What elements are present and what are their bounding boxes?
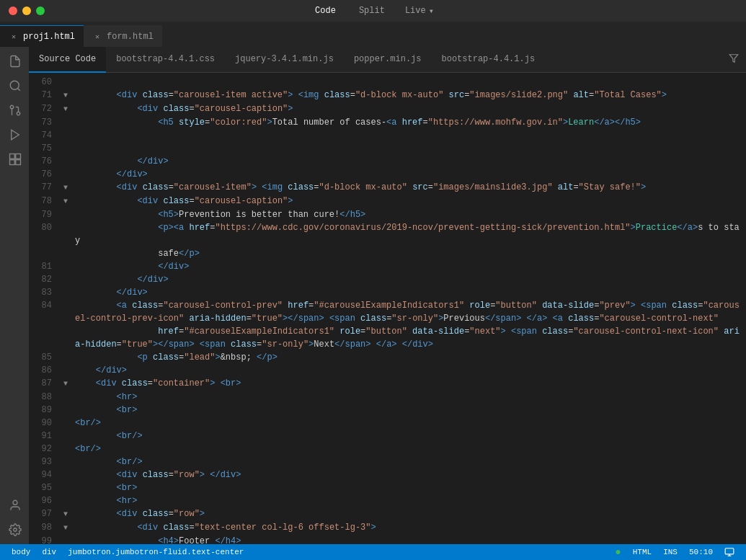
code-line: 73 <h5 style="color:red">Total number of… bbox=[29, 116, 746, 129]
status-body[interactable]: body bbox=[6, 544, 36, 560]
search-icon[interactable] bbox=[3, 74, 26, 97]
tab-source-code[interactable]: Source Code bbox=[29, 47, 106, 73]
status-bar: body div jumbotron.jumbotron-fluid.text-… bbox=[0, 544, 746, 560]
svg-point-2 bbox=[17, 112, 20, 115]
svg-rect-8 bbox=[16, 160, 21, 165]
tab-form-html[interactable]: ✕ form.html bbox=[84, 25, 162, 47]
tab-bootstrap-js[interactable]: bootstrap-4.4.1.js bbox=[432, 47, 546, 73]
code-line: 98▼ <div class="text-center col-lg-6 off… bbox=[29, 521, 746, 535]
extensions-icon[interactable] bbox=[3, 148, 26, 171]
title-bar-controls: Code Split Live ▾ bbox=[312, 4, 434, 17]
code-line: safe</p> bbox=[29, 247, 746, 260]
code-line: 75 bbox=[29, 142, 746, 155]
code-line: 83 </div> bbox=[29, 286, 746, 299]
run-icon[interactable] bbox=[3, 123, 26, 146]
code-line: 86 </div> bbox=[29, 364, 746, 377]
tab-bootstrap-css[interactable]: bootstrap-4.4.1.css bbox=[106, 47, 225, 73]
code-line: 76 </div> bbox=[29, 155, 746, 168]
minimize-button[interactable] bbox=[22, 6, 31, 15]
status-insert-mode[interactable]: INS bbox=[657, 544, 683, 560]
svg-rect-7 bbox=[16, 154, 21, 159]
status-breadcrumb[interactable]: jumbotron.jumbotron-fluid.text-center bbox=[62, 544, 249, 560]
split-view-btn[interactable]: Split bbox=[356, 4, 388, 17]
main-area: Source Code bootstrap-4.4.1.css jquery-3… bbox=[0, 47, 746, 544]
code-line: 94 <div class="row"> </div> bbox=[29, 468, 746, 481]
code-line: 80 <p><a href="https://www.cdc.gov/coron… bbox=[29, 221, 746, 247]
status-settings-icon[interactable] bbox=[719, 544, 740, 560]
tab-popper-js[interactable]: popper.min.js bbox=[344, 47, 432, 73]
code-line: 90<br/> bbox=[29, 417, 746, 430]
status-sync-icon[interactable]: ● bbox=[609, 544, 626, 560]
code-line: 76 </div> bbox=[29, 168, 746, 181]
svg-point-10 bbox=[13, 500, 17, 505]
code-line: 93 <br/> bbox=[29, 455, 746, 468]
tab-proj1-html[interactable]: ✕ proj1.html bbox=[0, 25, 84, 47]
code-line: 91 <br/> bbox=[29, 430, 746, 443]
tab-label: form.html bbox=[107, 32, 154, 42]
traffic-lights bbox=[9, 6, 45, 15]
activity-bar bbox=[0, 47, 29, 544]
title-bar: Code Split Live ▾ bbox=[0, 0, 746, 22]
close-button[interactable] bbox=[9, 6, 17, 15]
filter-icon[interactable] bbox=[729, 53, 746, 66]
live-view-btn[interactable]: Live ▾ bbox=[405, 6, 434, 17]
svg-marker-5 bbox=[12, 130, 19, 140]
code-line: 82 </div> bbox=[29, 273, 746, 286]
code-view-btn[interactable]: Code bbox=[312, 4, 339, 17]
code-line: 71▼ <div class="carousel-item active"> <… bbox=[29, 89, 746, 102]
code-line: 72▼ <div class="carousel-caption"> bbox=[29, 102, 746, 116]
code-line: 77▼ <div class="carousel-item"> <img cla… bbox=[29, 181, 746, 195]
code-line: 79 <h5>Prevention is better than cure!</… bbox=[29, 208, 746, 221]
code-line: href="#carouselExampleIndicators1" role=… bbox=[29, 325, 746, 351]
svg-point-0 bbox=[10, 81, 19, 89]
maximize-button[interactable] bbox=[36, 6, 45, 15]
svg-line-1 bbox=[17, 88, 19, 90]
settings-icon[interactable] bbox=[3, 518, 26, 541]
svg-rect-6 bbox=[10, 154, 15, 159]
svg-rect-13 bbox=[725, 548, 734, 554]
code-editor[interactable]: 60 71▼ <div class="carousel-item active"… bbox=[29, 73, 746, 544]
tab-close-icon[interactable]: ✕ bbox=[9, 32, 19, 42]
code-line: 87▼ <div class="container"> <br> bbox=[29, 377, 746, 391]
dropdown-chevron-icon: ▾ bbox=[429, 6, 434, 17]
code-line: 92<br/> bbox=[29, 443, 746, 455]
code-line: 95 <br> bbox=[29, 481, 746, 494]
svg-point-3 bbox=[10, 105, 14, 109]
code-line: 96 <hr> bbox=[29, 494, 746, 507]
code-line: 84 <a class="carousel-control-prev" href… bbox=[29, 299, 746, 325]
code-line: 97▼ <div class="row"> bbox=[29, 507, 746, 521]
code-line: 88 <hr> bbox=[29, 391, 746, 404]
code-line: 99 <h4>Footer </h4> bbox=[29, 535, 746, 544]
status-div[interactable]: div bbox=[36, 544, 62, 560]
svg-point-11 bbox=[14, 528, 17, 532]
tab-bar: ✕ proj1.html ✕ form.html bbox=[0, 22, 746, 47]
code-line: 78▼ <div class="carousel-caption"> bbox=[29, 195, 746, 208]
code-line: 60 bbox=[29, 76, 746, 89]
code-line: 81 </div> bbox=[29, 260, 746, 273]
tab-jquery-js[interactable]: jquery-3.4.1.min.js bbox=[225, 47, 344, 73]
file-panel: Source Code bootstrap-4.4.1.css jquery-3… bbox=[29, 47, 746, 544]
status-right: ● HTML INS 50:10 bbox=[609, 544, 740, 560]
source-control-icon[interactable] bbox=[3, 99, 26, 122]
tab-label: proj1.html bbox=[23, 32, 75, 42]
tab-close-icon[interactable]: ✕ bbox=[92, 32, 102, 42]
secondary-tabs: Source Code bootstrap-4.4.1.css jquery-3… bbox=[29, 47, 746, 73]
account-icon[interactable] bbox=[3, 494, 26, 517]
status-position[interactable]: 50:10 bbox=[683, 544, 719, 560]
svg-rect-9 bbox=[10, 160, 15, 165]
code-line: 85 <p class="lead">&nbsp; </p> bbox=[29, 351, 746, 364]
code-line: 74 bbox=[29, 129, 746, 142]
code-line: 89 <br> bbox=[29, 404, 746, 417]
files-icon[interactable] bbox=[3, 50, 26, 73]
status-language[interactable]: HTML bbox=[627, 544, 657, 560]
svg-marker-12 bbox=[729, 54, 738, 62]
